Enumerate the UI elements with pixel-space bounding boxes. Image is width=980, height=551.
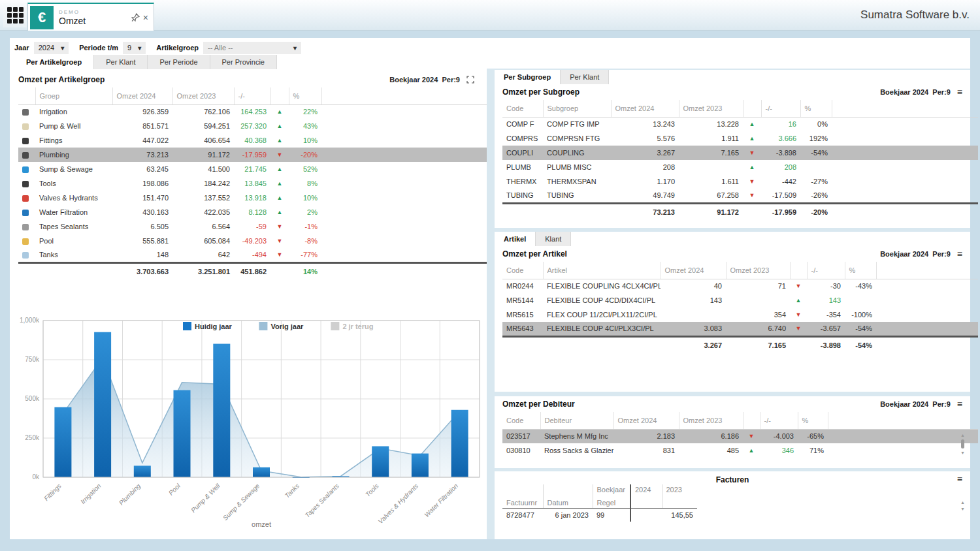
table-row[interactable]: Tanks148642-494▼-77%: [18, 248, 487, 262]
cell: -3.657: [807, 322, 845, 336]
tab-artikel[interactable]: Artikel: [495, 232, 536, 246]
cell: 926.359: [112, 104, 172, 119]
cell: -100%: [845, 307, 876, 322]
tab-klant[interactable]: Klant: [536, 232, 571, 246]
cell: FLEX COUP 11/2CI/PLX11/2CI/PL: [543, 307, 661, 322]
expand-icon[interactable]: [466, 76, 474, 84]
tab-per-provincie[interactable]: Per Provincie: [210, 55, 277, 69]
table-row[interactable]: MR0244FLEXIBLE COUPLING 4CLX4CI/PL4071▼-…: [502, 279, 978, 293]
table-row[interactable]: TUBINGTUBING49.74967.258▼-17.509-26%: [502, 189, 978, 203]
cell: 52%: [289, 162, 321, 176]
scroll-down-icon[interactable]: ▼: [960, 507, 965, 511]
left-panel-header: Omzet per Artikelgroep Boekjaar 2024 Per…: [10, 72, 482, 87]
scroll-up-icon[interactable]: ▲: [960, 433, 965, 437]
cell: [270, 262, 289, 279]
table-row[interactable]: MR5643FLEXIBLE COUP 4CI/PLX3CI/PL3.0836.…: [502, 322, 978, 336]
tab-per-klant[interactable]: Per Klant: [561, 70, 609, 84]
table-row[interactable]: Tapes Sealants6.5056.564-59▼-1%: [18, 219, 487, 234]
tab-per-periode[interactable]: Per Periode: [148, 55, 210, 69]
facturen-card: Facturen ≡ Boekjaar 2024 2023 Factuurnr …: [495, 471, 970, 539]
cell: [321, 119, 487, 133]
table-row[interactable]: Pool555.881605.084-49.203▼-8%: [18, 234, 487, 248]
table-row[interactable]: 8728477 6 jan 2023 99 145,55: [502, 508, 697, 522]
cell: -3.898: [807, 336, 845, 353]
cell: TUBING: [543, 189, 611, 203]
artikelgroep-select[interactable]: -- Alle -- ▾: [203, 42, 301, 54]
panel-menu-icon[interactable]: ≡: [957, 88, 962, 96]
table-row[interactable]: Sump & Sewage63.24541.50021.745▲52%: [18, 162, 487, 176]
cell: -27%: [800, 174, 832, 189]
cell: 143: [661, 293, 726, 307]
cell: ▲: [270, 133, 289, 148]
cell: 555.881: [112, 234, 172, 248]
scroll-thumb[interactable]: [961, 439, 964, 449]
artikel-title: Omzet per Artikel: [502, 249, 567, 259]
cell: Fittings: [35, 133, 112, 148]
cell: 73.213: [112, 148, 172, 162]
table-row[interactable]: MR5615FLEX COUP 11/2CI/PLX11/2CI/PL354▼-…: [502, 307, 978, 322]
application-window: € DEMO Omzet × Sumatra Software b.v. Jaa…: [0, 0, 980, 551]
cell: [321, 176, 487, 191]
column-header: Omzet 2023: [679, 100, 743, 117]
svg-text:Irrigation: Irrigation: [79, 482, 103, 505]
table-row[interactable]: MR5144FLEXIBLE COUP 4CD/DIX4CI/PL143▲143: [502, 293, 978, 307]
app-launcher-grid-icon[interactable]: [3, 3, 27, 27]
table-row[interactable]: 030810Ross Sacks & Glazier831485▲34671%: [502, 443, 978, 458]
cell: ▲: [270, 162, 289, 176]
jaar-select[interactable]: 2024 ▾: [34, 42, 69, 54]
svg-text:Fittings: Fittings: [42, 482, 63, 503]
cell: [321, 219, 487, 234]
table-row[interactable]: 023517Stephens M Mfg Inc2.1836.186▼-4.00…: [502, 429, 978, 443]
debiteur-scrollbar[interactable]: ▲ ▼: [960, 433, 965, 455]
table-row[interactable]: PLUMBPLUMB MISC208▲208: [502, 160, 978, 174]
tab-per-klant[interactable]: Per Klant: [94, 55, 148, 69]
table-row[interactable]: Irrigation926.359762.106164.253▲22%: [18, 104, 487, 119]
table-row[interactable]: COUPLICOUPLING3.2677.165▼-3.898-54%: [502, 146, 978, 160]
cell: 346: [760, 443, 798, 458]
cell: ▼: [270, 219, 289, 234]
table-row[interactable]: COMPRSCOMPRSN FTG5.5761.911▲3.666192%: [502, 131, 978, 146]
cell: 7.165: [679, 146, 743, 160]
cell: [321, 133, 487, 148]
svg-text:omzet: omzet: [252, 520, 271, 528]
table-row[interactable]: Tools198.086184.24213.845▲8%: [18, 176, 487, 191]
table-row[interactable]: Plumbing73.21391.172-17.959▼-20%: [18, 148, 487, 162]
column-header: Subgroep: [543, 100, 611, 117]
table-row[interactable]: Valves & Hydrants151.470137.55213.918▲10…: [18, 191, 487, 205]
table-row[interactable]: Pump & Well851.571594.251257.320▲43%: [18, 119, 487, 133]
pin-icon[interactable]: [130, 12, 140, 23]
column-header: -/-: [761, 100, 800, 117]
artikelgroep-label: Artikelgroep: [156, 44, 199, 52]
close-tab-icon[interactable]: ×: [143, 13, 148, 22]
panel-menu-icon[interactable]: ≡: [957, 400, 962, 408]
scroll-up-icon[interactable]: ▲: [960, 500, 965, 505]
tab-per-artikelgroep[interactable]: Per Artikelgroep: [14, 55, 94, 69]
cell: 71: [726, 279, 790, 293]
table-row[interactable]: Water Filtration430.163422.0358.128▲2%: [18, 205, 487, 219]
scroll-down-icon[interactable]: ▼: [960, 450, 965, 455]
table-row[interactable]: COMP FCOMP FTG IMP13.24313.228▲160%: [502, 117, 978, 131]
facturen-scrollbar[interactable]: ▲ ▼: [960, 500, 965, 511]
cell: 22%: [289, 104, 321, 119]
panel-menu-icon[interactable]: ≡: [957, 250, 962, 258]
table-row[interactable]: THERMXTHERMXSPAN1.1701.611▼-442-27%: [502, 174, 978, 189]
cell: -17.509: [761, 189, 800, 203]
table-row[interactable]: Fittings447.022406.65440.368▲10%: [18, 133, 487, 148]
cell: [543, 336, 661, 353]
cell: [800, 160, 832, 174]
cell: Pump & Well: [35, 119, 112, 133]
periode-select[interactable]: 9 ▾: [123, 42, 146, 54]
cell: 030810: [502, 443, 540, 458]
cell: 7.165: [726, 336, 790, 353]
panel-menu-icon[interactable]: ≡: [957, 475, 962, 483]
app-tab-omzet[interactable]: € DEMO Omzet ×: [27, 3, 154, 31]
column-header: [828, 412, 978, 429]
tab-title: Omzet: [59, 16, 130, 26]
cell: 192%: [800, 131, 832, 146]
tab-per-subgroep[interactable]: Per Subgroep: [495, 70, 561, 84]
cell: COMP FTG IMP: [543, 117, 611, 131]
cell: 43%: [289, 119, 321, 133]
column-header: [743, 100, 761, 117]
cell: -17.959: [761, 203, 800, 220]
cell: 91.172: [172, 148, 234, 162]
